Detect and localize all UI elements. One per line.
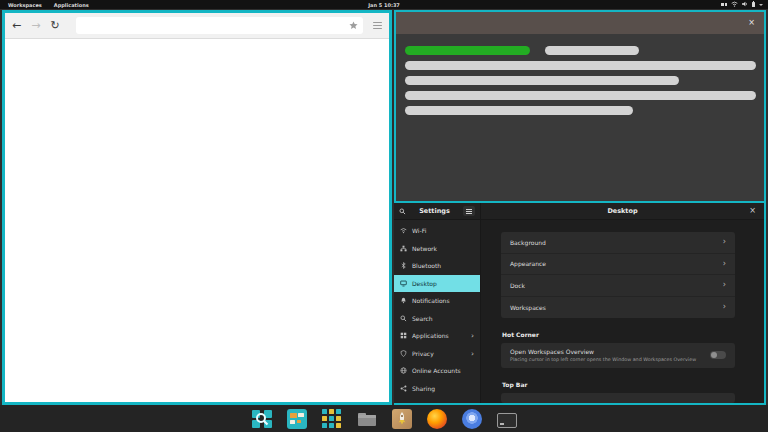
settings-title: Settings (409, 207, 460, 215)
workspaces-menu[interactable]: Workspaces (8, 2, 42, 8)
close-icon[interactable]: × (749, 207, 756, 215)
settings-row-workspaces[interactable]: Workspaces › (501, 297, 735, 319)
top-bar-heading: Top Bar (502, 381, 735, 388)
applications-menu[interactable]: Applications (54, 2, 89, 8)
search-icon[interactable] (399, 208, 406, 215)
row-label: Background (510, 239, 546, 246)
forward-button[interactable]: → (31, 20, 40, 31)
sharing-icon (400, 385, 407, 392)
online-accounts-globe-icon (400, 367, 407, 374)
address-input[interactable] (81, 21, 349, 31)
volume-icon (742, 1, 748, 8)
top-bar: Workspaces Applications Jan 5 10:37 (0, 0, 768, 9)
placeholder-bar (405, 76, 679, 85)
sidebar-item-sharing[interactable]: Sharing (394, 380, 480, 398)
sidebar-item-label: Notifications (412, 297, 450, 304)
chevron-right-icon: › (471, 350, 474, 358)
sidebar-item-bluetooth[interactable]: Bluetooth (394, 257, 480, 275)
applications-icon (400, 332, 407, 339)
mockup-titlebar[interactable]: × (396, 12, 764, 34)
dock-windows-icon[interactable] (287, 409, 307, 429)
chevron-right-icon: › (723, 238, 726, 246)
close-icon[interactable]: × (748, 19, 755, 27)
dock-terminal-icon[interactable] (497, 413, 517, 428)
privacy-shield-icon (400, 350, 407, 357)
top-bar-card (501, 393, 735, 403)
settings-panel-header[interactable]: Desktop × (481, 203, 764, 220)
dock-files-icon[interactable] (357, 411, 377, 431)
settings-row-dock[interactable]: Dock › (501, 275, 735, 297)
settings-menu-button[interactable] (463, 206, 475, 216)
dock-activities-icon[interactable] (252, 409, 272, 429)
dock-firefox-icon[interactable] (427, 409, 447, 429)
sidebar-item-online-accounts[interactable]: Online Accounts (394, 362, 480, 380)
reload-button[interactable]: ↻ (50, 20, 59, 31)
battery-icon (752, 2, 755, 7)
placeholder-bar-green (405, 46, 530, 55)
panel-title: Desktop (607, 207, 637, 215)
row-label: Appearance (510, 260, 546, 267)
browser-menu-button[interactable] (373, 22, 382, 30)
sidebar-item-label: Network (412, 245, 437, 252)
hot-corner-heading: Hot Corner (502, 331, 735, 338)
workspaces-overview-row[interactable]: Open Workspaces Overview Placing cursor … (501, 343, 735, 368)
chevron-right-icon: › (723, 281, 726, 289)
dock-chromium-icon[interactable] (462, 409, 482, 429)
bookmark-star-icon[interactable] (349, 21, 358, 30)
sidebar-item-notifications[interactable]: Notifications (394, 292, 480, 310)
row-label: Dock (510, 282, 525, 289)
dock (0, 405, 768, 432)
sidebar-item-network[interactable]: Network (394, 240, 480, 258)
back-button[interactable]: ← (12, 20, 21, 31)
settings-sidebar-list: Wi-Fi Network Bluetooth Desktop Notifica (394, 220, 480, 403)
toggle-row-subtitle: Placing cursor in top left corner opens … (510, 357, 702, 362)
keyboard-indicator-icon (721, 3, 727, 6)
desktop-settings-card: Background › Appearance › Dock › Workspa… (501, 232, 735, 318)
bluetooth-icon (400, 262, 407, 269)
hot-corner-card: Open Workspaces Overview Placing cursor … (501, 343, 735, 368)
sidebar-item-label: Privacy (412, 350, 434, 357)
sidebar-item-wifi[interactable]: Wi-Fi (394, 222, 480, 240)
chevron-right-icon: › (723, 260, 726, 268)
dock-software-icon[interactable] (392, 409, 412, 429)
sidebar-item-desktop[interactable]: Desktop (394, 275, 480, 293)
placeholder-bar (405, 91, 756, 100)
sidebar-item-label: Sharing (412, 385, 435, 392)
system-tray[interactable] (721, 0, 763, 9)
toggle-row-title: Open Workspaces Overview (510, 348, 702, 355)
mockup-body (396, 34, 764, 115)
placeholder-bar (405, 61, 756, 70)
settings-row-background[interactable]: Background › (501, 232, 735, 254)
settings-panel-content: Background › Appearance › Dock › Workspa… (481, 220, 764, 403)
sidebar-item-label: Applications (412, 332, 449, 339)
sidebar-item-label: Online Accounts (412, 367, 461, 374)
notifications-icon (400, 297, 407, 304)
placeholder-bar (545, 46, 639, 55)
address-bar[interactable] (76, 17, 363, 34)
wifi-icon (731, 1, 738, 8)
dock-app-grid-icon[interactable] (322, 409, 342, 429)
clock[interactable]: Jan 5 10:37 (368, 0, 400, 9)
settings-window: Settings Wi-Fi Network Bluetooth (394, 203, 766, 405)
desktop-icon (400, 280, 407, 287)
browser-toolbar: ← → ↻ (5, 13, 389, 39)
chevron-right-icon: › (471, 332, 474, 340)
sidebar-item-privacy[interactable]: Privacy › (394, 345, 480, 363)
sidebar-item-applications[interactable]: Applications › (394, 327, 480, 345)
mockup-window: × (394, 10, 766, 203)
settings-sidebar: Settings Wi-Fi Network Bluetooth (394, 203, 481, 403)
sidebar-item-search[interactable]: Search (394, 310, 480, 328)
workspaces-overview-toggle[interactable] (710, 351, 726, 359)
chevron-right-icon: › (723, 303, 726, 311)
sidebar-item-label: Desktop (412, 280, 437, 287)
network-icon (400, 245, 407, 252)
caret-down-icon (759, 4, 763, 6)
settings-main-panel: Desktop × Background › Appearance › Dock (481, 203, 764, 403)
sidebar-item-label: Search (412, 315, 433, 322)
search-icon (400, 315, 407, 322)
sidebar-item-label: Wi-Fi (412, 227, 426, 234)
browser-content (5, 39, 389, 402)
desktop: Workspaces Applications Jan 5 10:37 ← → … (0, 0, 768, 432)
browser-window: ← → ↻ (2, 10, 392, 405)
settings-row-appearance[interactable]: Appearance › (501, 254, 735, 276)
